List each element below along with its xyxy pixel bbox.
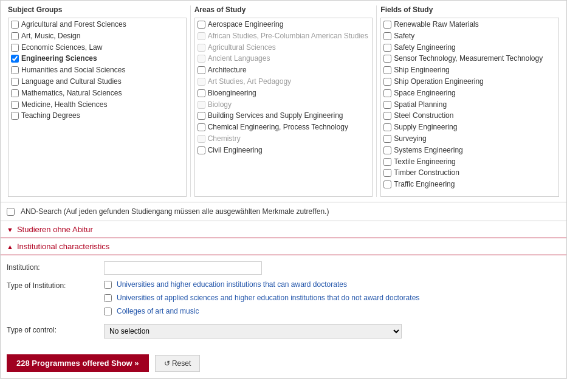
institution-type-checkbox-0[interactable] [104, 281, 112, 289]
list-item-label[interactable]: Teaching Degrees [21, 111, 80, 121]
list-item: Traffic Engineering [383, 179, 556, 190]
list-item: Medicine, Health Sciences [11, 100, 184, 110]
list-item-label[interactable]: Ship Operation Engineering [394, 77, 483, 87]
subject-group-checkbox-1[interactable] [11, 32, 19, 40]
list-item: Ship Operation Engineering [383, 77, 556, 87]
list-item-label[interactable]: Traffic Engineering [394, 179, 455, 190]
list-item: Safety [383, 31, 556, 41]
list-item-label[interactable]: Safety [394, 31, 414, 41]
list-item: Building Services and Supply Engineering [198, 111, 370, 121]
list-item: Steel Construction [383, 111, 556, 121]
institutional-section-header[interactable]: ▲ Institutional characteristics [1, 238, 566, 255]
list-item-label[interactable]: Textile Engineering [394, 157, 455, 167]
list-item-label[interactable]: Surveying [394, 134, 426, 144]
list-item-label[interactable]: Economic Sciences, Law [21, 43, 102, 53]
list-item-label[interactable]: Architecture [208, 65, 247, 75]
areas-of-study-column: Areas of Study Aerospace EngineeringAfri… [191, 5, 377, 197]
subject-group-checkbox-3[interactable] [11, 55, 19, 63]
area-checkbox-4[interactable] [198, 66, 205, 74]
field-checkbox-7[interactable] [383, 101, 391, 109]
subject-groups-column: Subject Groups Agricultural and Forest S… [4, 5, 191, 197]
list-item: Bioengineering [198, 88, 370, 98]
institution-type-row: Colleges of art and music [104, 306, 560, 317]
institution-input[interactable] [104, 261, 262, 275]
subject-group-checkbox-6[interactable] [11, 89, 19, 97]
list-item-label[interactable]: Space Engineering [394, 88, 455, 98]
institution-row: Institution: [7, 261, 560, 275]
institutional-arrow: ▲ [7, 243, 13, 250]
institution-type-checkbox-2[interactable] [104, 308, 112, 315]
list-item-label[interactable]: Timber Construction [394, 168, 459, 178]
field-checkbox-10[interactable] [383, 135, 391, 143]
field-checkbox-5[interactable] [383, 78, 391, 86]
show-button[interactable]: 228 Programmes offered Show » [7, 354, 149, 372]
and-search-checkbox[interactable] [7, 208, 15, 216]
list-item-label[interactable]: Engineering Sciences [21, 53, 97, 64]
list-item-label[interactable]: Art, Music, Design [21, 31, 80, 41]
institution-type-checkbox-1[interactable] [104, 294, 112, 302]
institutional-section-body: Institution: Type of Institution: Univer… [1, 255, 566, 349]
field-checkbox-3[interactable] [383, 55, 391, 63]
area-checkbox-2 [198, 44, 205, 52]
list-item: Ship Engineering [383, 65, 556, 75]
field-checkbox-6[interactable] [383, 89, 391, 97]
area-checkbox-6[interactable] [198, 89, 205, 97]
institution-type-label[interactable]: Universities and higher education instit… [117, 280, 347, 290]
subject-group-checkbox-2[interactable] [11, 44, 19, 52]
field-checkbox-8[interactable] [383, 112, 391, 120]
list-item-label[interactable]: Aerospace Engineering [208, 19, 284, 30]
area-checkbox-9[interactable] [198, 123, 205, 131]
list-item-label[interactable]: Humanities and Social Sciences [21, 65, 125, 75]
list-item-label[interactable]: Ship Engineering [394, 65, 449, 75]
subject-groups-list[interactable]: Agricultural and Forest SciencesArt, Mus… [8, 18, 187, 197]
institution-type-label[interactable]: Colleges of art and music [117, 306, 199, 317]
areas-of-study-list[interactable]: Aerospace EngineeringAfrican Studies, Pr… [194, 18, 373, 197]
list-item-label[interactable]: Systems Engineering [394, 145, 462, 156]
type-of-control-select[interactable]: No selectionPublicPrivate [104, 324, 402, 339]
list-item: Systems Engineering [383, 145, 556, 156]
and-search-label[interactable]: AND-Search (Auf jeden gefunden Studienga… [21, 207, 329, 216]
list-item-label[interactable]: Safety Engineering [394, 43, 455, 53]
field-checkbox-1[interactable] [383, 32, 391, 40]
studieren-section-header[interactable]: ▼ Studieren ohne Abitur [1, 221, 566, 238]
studieren-label: Studieren ohne Abitur [17, 225, 93, 234]
subject-group-checkbox-7[interactable] [11, 101, 19, 109]
area-checkbox-0[interactable] [198, 21, 205, 29]
subject-group-checkbox-0[interactable] [11, 21, 19, 29]
subject-group-checkbox-8[interactable] [11, 112, 19, 120]
area-checkbox-8[interactable] [198, 112, 205, 120]
area-checkbox-3 [198, 55, 205, 63]
list-item-label[interactable]: Agricultural and Forest Sciences [21, 19, 126, 30]
field-checkbox-4[interactable] [383, 66, 391, 74]
list-item-label[interactable]: Language and Cultural Studies [21, 77, 122, 87]
fields-of-study-list[interactable]: Renewable Raw MaterialsSafetySafety Engi… [380, 18, 559, 197]
area-checkbox-10 [198, 135, 205, 143]
field-checkbox-11[interactable] [383, 146, 391, 154]
list-item-label: Biology [208, 100, 232, 110]
subject-group-checkbox-4[interactable] [11, 66, 19, 74]
list-item: Safety Engineering [383, 43, 556, 53]
list-item-label[interactable]: Civil Engineering [208, 145, 263, 156]
list-item-label[interactable]: Mathematics, Natural Sciences [21, 88, 122, 98]
field-checkbox-12[interactable] [383, 158, 391, 166]
field-checkbox-9[interactable] [383, 123, 391, 131]
list-item-label[interactable]: Medicine, Health Sciences [21, 100, 107, 110]
area-checkbox-11[interactable] [198, 146, 205, 154]
list-item-label[interactable]: Renewable Raw Materials [394, 19, 478, 30]
list-item-label[interactable]: Chemical Engineering, Process Technology [208, 122, 348, 132]
list-item-label[interactable]: Supply Engineering [394, 122, 457, 132]
list-item-label[interactable]: Spatial Planning [394, 100, 447, 110]
field-checkbox-13[interactable] [383, 169, 391, 177]
field-checkbox-2[interactable] [383, 44, 391, 52]
list-item-label[interactable]: Sensor Technology, Measurement Technolog… [394, 53, 543, 64]
institution-type-label[interactable]: Universities of applied sciences and hig… [117, 293, 419, 303]
list-item-label[interactable]: Bioengineering [208, 88, 256, 98]
field-checkbox-0[interactable] [383, 21, 391, 29]
field-checkbox-14[interactable] [383, 181, 391, 188]
list-item-label[interactable]: Steel Construction [394, 111, 453, 121]
list-item-label[interactable]: Building Services and Supply Engineering [208, 111, 343, 121]
institution-label: Institution: [7, 261, 104, 272]
subject-group-checkbox-5[interactable] [11, 78, 19, 86]
reset-button[interactable]: ↺ Reset [155, 355, 201, 372]
list-item-label: Ancient Languages [208, 53, 270, 64]
